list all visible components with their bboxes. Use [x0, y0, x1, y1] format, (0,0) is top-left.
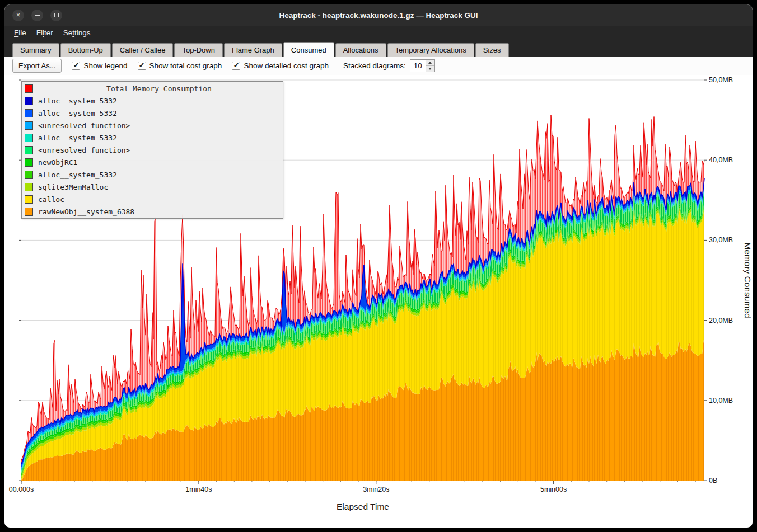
legend-item: <unresolved function>	[22, 144, 283, 156]
legend-color-swatch	[25, 109, 33, 117]
legend-label: alloc__system_5332	[38, 97, 117, 105]
tab-temporary-allocations[interactable]: Temporary Allocations	[387, 43, 474, 57]
titlebar: × Heaptrack - heaptrack.wakunode.1.gz — …	[4, 4, 753, 26]
legend-color-swatch	[25, 134, 33, 142]
toolbar: Export As... Show legendShow total cost …	[4, 57, 753, 75]
y-tick-label: 30,0MB	[709, 236, 733, 244]
legend-color-swatch	[25, 183, 33, 191]
legend-item: alloc__system_5332	[22, 107, 283, 119]
checkbox-icon[interactable]	[72, 62, 80, 70]
toolbar-checkboxes: Show legendShow total cost graphShow det…	[72, 62, 329, 70]
legend-color-swatch	[25, 171, 33, 179]
minimize-icon	[35, 15, 40, 16]
menu-filter[interactable]: Filter	[31, 26, 58, 40]
legend-color-swatch	[25, 121, 33, 130]
legend-item: <unresolved function>	[22, 119, 283, 131]
tab-top-down[interactable]: Top-Down	[174, 43, 223, 57]
stacked-diagrams-group: Stacked diagrams: 10	[343, 59, 435, 72]
legend-color-swatch	[25, 208, 33, 216]
spinbox-value: 10	[410, 60, 426, 72]
legend-label: sqlite3MemMalloc	[38, 183, 108, 191]
legend-item: rawNewObj__system_6388	[22, 205, 283, 218]
checkbox-icon[interactable]	[232, 62, 240, 70]
close-button[interactable]: ×	[12, 10, 24, 21]
close-icon: ×	[16, 12, 20, 18]
app-window: × Heaptrack - heaptrack.wakunode.1.gz — …	[4, 4, 753, 528]
legend-label: alloc__system_5332	[38, 109, 117, 117]
spinbox-buttons	[426, 60, 434, 72]
x-tick-label: 5min00s	[540, 486, 567, 493]
y-tick-label: 50,0MB	[709, 76, 733, 84]
legend-item: calloc	[22, 193, 283, 205]
legend-color-swatch	[25, 97, 33, 105]
minimize-button[interactable]	[31, 10, 43, 21]
legend-label: <unresolved function>	[38, 121, 130, 130]
spin-up-button[interactable]	[426, 60, 434, 66]
checkbox-icon[interactable]	[138, 62, 146, 70]
menu-settings[interactable]: Settings	[58, 26, 96, 40]
spin-down-button[interactable]	[426, 66, 434, 72]
tab-summary[interactable]: Summary	[12, 43, 59, 57]
y-axis-title: Memory Consumed	[743, 242, 753, 318]
legend-item: sqlite3MemMalloc	[22, 181, 283, 193]
legend-item: alloc__system_5332	[22, 131, 283, 144]
maximize-button[interactable]	[50, 10, 62, 21]
legend-title-row: Total Memory Consumption	[22, 82, 283, 95]
checkbox-label: Show total cost graph	[149, 62, 222, 70]
checkbox-label: Show detailed cost graph	[244, 62, 329, 70]
legend-label: alloc__system_5332	[38, 171, 117, 179]
y-tick-label: 10,0MB	[709, 397, 733, 404]
x-tick-label: 00.000s	[9, 486, 34, 493]
menubar: FileFilterSettings	[4, 26, 753, 40]
x-axis-title: Elapsed Time	[337, 502, 389, 511]
tab-consumed[interactable]: Consumed	[283, 42, 334, 57]
checkbox-label: Show legend	[83, 62, 127, 70]
menu-file[interactable]: File	[9, 26, 31, 40]
y-tick-label: 40,0MB	[709, 156, 733, 164]
legend-color-swatch	[25, 195, 33, 204]
stacked-diagrams-spinbox[interactable]: 10	[410, 59, 435, 72]
legend-color-swatch	[25, 146, 33, 154]
checkbox-show-total-cost-graph[interactable]: Show total cost graph	[138, 62, 222, 70]
tab-flame-graph[interactable]: Flame Graph	[224, 43, 282, 57]
x-tick-label: 1min40s	[185, 486, 212, 493]
legend-item: alloc__system_5332	[22, 168, 283, 181]
tab-bar: SummaryBottom-UpCaller / CalleeTop-DownF…	[4, 40, 753, 57]
legend-color-swatch	[25, 84, 33, 93]
legend-color-swatch	[25, 158, 33, 167]
legend-label: alloc__system_5332	[38, 134, 117, 142]
y-tick-label: 20,0MB	[709, 317, 733, 324]
legend-label: <unresolved function>	[38, 146, 130, 154]
y-tick-label: 0B	[709, 477, 717, 484]
legend-label: Total Memory Consumption	[38, 84, 280, 93]
legend-label: newObjRC1	[38, 158, 77, 167]
legend-item: newObjRC1	[22, 156, 283, 168]
legend-label: rawNewObj__system_6388	[38, 208, 134, 216]
tab-caller-callee[interactable]: Caller / Callee	[112, 43, 174, 57]
maximize-icon	[54, 13, 59, 17]
x-tick-label: 3min20s	[363, 486, 389, 493]
chart-legend: Total Memory Consumptionalloc__system_53…	[21, 81, 283, 219]
window-controls: ×	[12, 4, 62, 26]
tab-allocations[interactable]: Allocations	[335, 43, 386, 57]
stacked-diagrams-label: Stacked diagrams:	[343, 62, 406, 70]
tab-bottom-up[interactable]: Bottom-Up	[60, 43, 111, 57]
checkbox-show-legend[interactable]: Show legend	[72, 62, 127, 70]
tab-sizes[interactable]: Sizes	[475, 43, 509, 57]
export-as-button[interactable]: Export As...	[12, 59, 62, 73]
checkbox-show-detailed-cost-graph[interactable]: Show detailed cost graph	[232, 62, 329, 70]
chart-area: 00.000s1min40s3min20s5min00s0B10,0MB20,0…	[4, 75, 753, 528]
legend-label: calloc	[38, 195, 64, 204]
window-title: Heaptrack - heaptrack.wakunode.1.gz — He…	[279, 11, 478, 20]
legend-item: alloc__system_5332	[22, 95, 283, 107]
